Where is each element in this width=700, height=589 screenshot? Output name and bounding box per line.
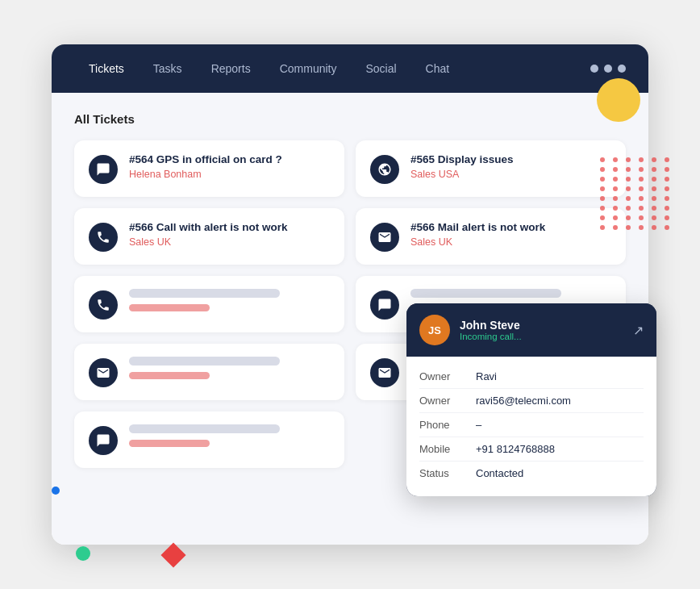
nav-item-tasks[interactable]: Tasks [139, 44, 197, 93]
red-diamond-decoration [160, 542, 185, 567]
ticket-card-9[interactable] [74, 411, 344, 468]
mail-icon-sk8 [370, 358, 399, 387]
ticket-subtitle-1: Helena Bonham [129, 169, 330, 180]
ticket-card-5[interactable] [74, 276, 344, 332]
ticket-card-7[interactable] [74, 344, 344, 400]
phone-icon [89, 223, 118, 252]
skeleton-title-bar-6 [410, 289, 561, 298]
popup-label-owner1: Owner [419, 370, 476, 382]
popup-body: Owner Ravi Owner ravi56@telecmi.com Phon… [406, 357, 656, 496]
ticket-info-2: #565 Display issues Sales USA [410, 153, 611, 180]
ticket-info-4: #566 Mail alert is not work Sales UK [410, 221, 611, 248]
ticket-title-2: #565 Display issues [410, 153, 611, 165]
popup-row-owner1: Owner Ravi [419, 365, 644, 389]
popup-name-group: John Steve Incoming call... [460, 319, 522, 341]
popup-expand-icon[interactable]: ↗ [633, 323, 644, 338]
ticket-skeleton-info-7 [129, 357, 330, 379]
globe-icon [370, 155, 399, 184]
popup-value-owner1: Ravi [476, 370, 497, 382]
main-content: All Tickets #564 GPS in official on card… [52, 93, 648, 545]
popup-row-status: Status Contacted [419, 462, 644, 485]
blue-dot-decoration [52, 487, 60, 495]
popup-label-phone: Phone [419, 419, 476, 431]
popup-value-mobile: +91 8124768888 [476, 443, 555, 455]
popup-name: John Steve [460, 319, 522, 332]
mail-icon [370, 223, 399, 252]
ticket-card-2[interactable]: #565 Display issues Sales USA [356, 140, 626, 197]
green-dot-decoration [76, 546, 90, 561]
nav-item-tickets[interactable]: Tickets [74, 44, 139, 93]
ticket-subtitle-3: Sales UK [129, 236, 330, 248]
skeleton-sub-bar-7 [129, 372, 210, 379]
mail-icon-sk7 [89, 358, 118, 387]
nav-item-community[interactable]: Community [265, 44, 352, 93]
nav-dots [590, 65, 626, 73]
skeleton-title-bar-5 [129, 289, 280, 298]
nav-item-social[interactable]: Social [351, 44, 410, 93]
app-window: Tickets Tasks Reports Community Social C… [52, 44, 648, 545]
ticket-subtitle-2: Sales USA [410, 169, 611, 180]
nav-item-chat[interactable]: Chat [411, 44, 465, 93]
red-dots-decoration [600, 157, 673, 230]
ticket-title-3: #566 Call with alert is not work [129, 221, 330, 233]
skeleton-title-bar-9 [129, 424, 280, 433]
nav-bar: Tickets Tasks Reports Community Social C… [52, 44, 648, 93]
popup-row-mobile: Mobile +91 8124768888 [419, 437, 644, 462]
popup-value-status: Contacted [476, 467, 523, 479]
popup-label-mobile: Mobile [419, 443, 476, 455]
nav-dot-1 [590, 65, 598, 73]
popup-value-phone: – [476, 419, 481, 431]
nav-dot-2 [604, 65, 612, 73]
popup-avatar: JS [419, 315, 450, 345]
ticket-card-1[interactable]: #564 GPS in official on card ? Helena Bo… [74, 140, 344, 197]
skeleton-sub-bar-5 [129, 304, 210, 311]
popup-row-owner2: Owner ravi56@telecmi.com [419, 389, 644, 413]
ticket-card-4[interactable]: #566 Mail alert is not work Sales UK [356, 208, 626, 265]
ticket-subtitle-4: Sales UK [410, 236, 611, 248]
ticket-skeleton-info-9 [129, 424, 330, 447]
popup-call-status: Incoming call... [460, 332, 522, 341]
chat-icon-sk [370, 290, 399, 320]
page-title: All Tickets [74, 112, 626, 126]
nav-item-reports[interactable]: Reports [197, 44, 265, 93]
popup-label-status: Status [419, 467, 476, 479]
chat-icon-sk9 [89, 426, 118, 455]
ticket-title-1: #564 GPS in official on card ? [129, 153, 330, 165]
skeleton-title-bar-7 [129, 357, 280, 366]
chat-icon [89, 155, 118, 184]
skeleton-sub-bar-9 [129, 440, 210, 447]
ticket-info-3: #566 Call with alert is not work Sales U… [129, 221, 330, 248]
ticket-card-3[interactable]: #566 Call with alert is not work Sales U… [74, 208, 344, 265]
popup-value-owner2: ravi56@telecmi.com [476, 395, 571, 407]
nav-dot-3 [618, 65, 626, 73]
phone-icon-sk [89, 290, 118, 320]
incoming-call-popup[interactable]: JS John Steve Incoming call... ↗ Owner R… [406, 303, 656, 496]
popup-label-owner2: Owner [419, 395, 476, 407]
popup-header: JS John Steve Incoming call... ↗ [406, 303, 656, 357]
ticket-skeleton-info-5 [129, 289, 330, 311]
popup-row-phone: Phone – [419, 413, 644, 437]
yellow-circle-decoration [597, 78, 640, 122]
ticket-info-1: #564 GPS in official on card ? Helena Bo… [129, 153, 330, 180]
ticket-title-4: #566 Mail alert is not work [410, 221, 611, 233]
